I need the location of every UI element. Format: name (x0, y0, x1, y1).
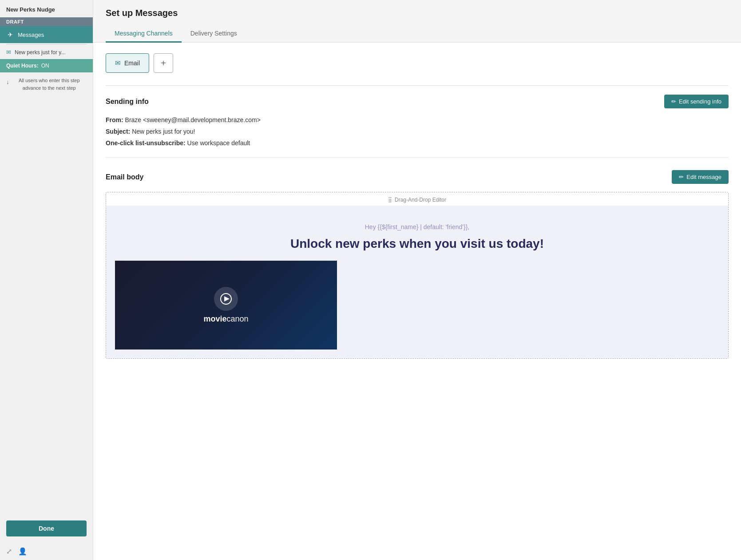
email-body-header: Email body ✏ Edit message (106, 170, 729, 184)
sidebar-bottom-icons: ⤢ 👤 (0, 543, 93, 560)
quiet-hours-value: ON (41, 63, 49, 69)
unsubscribe-field: One-click list-unsubscribe: Use workspac… (106, 139, 729, 147)
email-channel-label: Email (124, 60, 140, 67)
edit-message-button[interactable]: ✏ Edit message (672, 170, 729, 184)
email-greeting: Hey {{${first_name} | default: 'friend'}… (115, 223, 719, 230)
channel-row: ✉ Email + (106, 53, 729, 73)
subject-value: New perks just for you! (132, 128, 195, 135)
main-content: Set up Messages Messaging Channels Deliv… (93, 0, 741, 560)
svg-marker-1 (224, 296, 230, 302)
sidebar: New Perks Nudge DRAFT ✈ Messages ✉ New p… (0, 0, 93, 560)
messages-icon: ✈ (6, 31, 14, 39)
page-title: Set up Messages (106, 8, 729, 18)
sidebar-sub-item-label: New perks just for y... (15, 49, 65, 56)
email-channel-icon: ✉ (115, 59, 121, 67)
email-image: moviecanon (115, 261, 337, 350)
main-header: Set up Messages Messaging Channels Deliv… (93, 0, 741, 43)
main-body: ✉ Email + Sending info ✏ Edit sending in… (93, 43, 741, 560)
edit-sending-info-icon: ✏ (671, 98, 676, 105)
email-body-title: Email body (106, 173, 143, 181)
add-channel-button[interactable]: + (154, 53, 173, 73)
advance-text: All users who enter this step advance to… (12, 77, 87, 91)
advance-icon: ↓ (6, 78, 9, 87)
sidebar-divider (6, 44, 87, 44)
sidebar-title: New Perks Nudge (0, 0, 93, 17)
tabs: Messaging Channels Delivery Settings (106, 25, 729, 42)
user-icon[interactable]: 👤 (18, 547, 27, 556)
from-label: From: (106, 116, 123, 123)
draft-label: DRAFT (0, 17, 93, 26)
email-sub-icon: ✉ (6, 49, 11, 56)
edit-message-label: Edit message (686, 174, 721, 180)
add-channel-icon: + (161, 58, 166, 68)
done-button[interactable]: Done (6, 520, 87, 536)
subject-field: Subject: New perks just for you! (106, 128, 729, 135)
email-headline: Unlock new perks when you visit us today… (115, 236, 719, 252)
quiet-hours-label: Quiet Hours: (6, 63, 39, 69)
sidebar-sub-item-new-perks[interactable]: ✉ New perks just for y... (0, 45, 93, 59)
edit-sending-info-label: Edit sending info (679, 98, 721, 105)
sending-info-header: Sending info ✏ Edit sending info (106, 95, 729, 108)
sending-info-title: Sending info (106, 98, 149, 106)
sidebar-item-messages-label: Messages (18, 32, 44, 38)
unsubscribe-value: Use workspace default (187, 139, 250, 147)
edit-sending-info-button[interactable]: ✏ Edit sending info (664, 95, 729, 108)
sidebar-item-messages[interactable]: ✈ Messages (0, 26, 93, 43)
section-divider-1 (106, 85, 729, 86)
brand-regular: canon (226, 314, 248, 323)
movie-brand: moviecanon (203, 314, 248, 324)
section-divider-2 (106, 157, 729, 158)
email-content-preview: Hey {{${first_name} | default: 'friend'}… (106, 206, 728, 358)
edit-message-icon: ✏ (679, 174, 684, 180)
tab-delivery-settings[interactable]: Delivery Settings (182, 25, 246, 43)
drag-drop-icon: ⣿ (388, 197, 392, 203)
from-value: Braze <sweeney@mail.development.braze.co… (125, 116, 261, 123)
subject-label: Subject: (106, 128, 130, 135)
email-channel-button[interactable]: ✉ Email (106, 53, 149, 73)
unsubscribe-label: One-click list-unsubscribe: (106, 139, 186, 147)
email-preview: ⣿ Drag-And-Drop Editor Hey {{${first_nam… (106, 192, 729, 359)
advance-text-container: ↓ All users who enter this step advance … (0, 72, 93, 96)
movie-logo-circle (214, 287, 238, 311)
tab-messaging-channels[interactable]: Messaging Channels (106, 25, 182, 43)
brand-bold: movie (203, 314, 226, 323)
quiet-hours-item[interactable]: Quiet Hours: ON (0, 59, 93, 72)
sidebar-footer: Done (0, 514, 93, 543)
drag-drop-label: ⣿ Drag-And-Drop Editor (106, 192, 728, 206)
email-body-section: Email body ✏ Edit message ⣿ Drag-And-Dro… (106, 170, 729, 359)
from-field: From: Braze <sweeney@mail.development.br… (106, 116, 729, 123)
expand-icon[interactable]: ⤢ (6, 547, 12, 556)
